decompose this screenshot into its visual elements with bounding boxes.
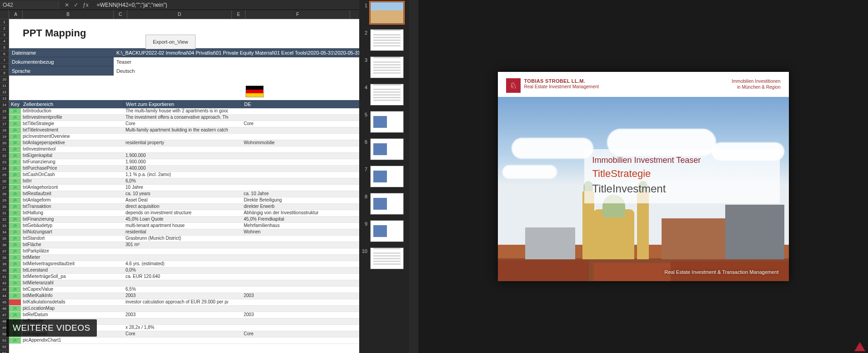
table-row[interactable]: jatxtGebäudetypmulti-tenant apartment ho… xyxy=(9,223,359,229)
table-row[interactable]: jatxtLeerstand0,0% xyxy=(9,267,359,274)
hdr-right-line1: Immobilien Investitionen xyxy=(732,78,780,84)
row-de-cell xyxy=(242,178,359,184)
row-key-cell: ja xyxy=(9,210,21,216)
thumb-preview[interactable] xyxy=(370,193,404,215)
row-export-cell: The investment offers a conservative app… xyxy=(124,115,228,121)
thumb-preview[interactable] xyxy=(370,2,404,24)
col-header[interactable]: E xyxy=(232,10,246,19)
slide-thumbnail[interactable]: 4 xyxy=(361,84,407,106)
table-row[interactable]: jatxtParkplätze xyxy=(9,248,359,255)
table-row[interactable]: jatxtRefDatum20032003 xyxy=(9,312,359,318)
col-header[interactable]: A xyxy=(9,10,23,19)
confirm-icon[interactable]: ✓ xyxy=(74,2,78,8)
table-row[interactable]: jatxtAnlageperspektiveresidential proper… xyxy=(9,140,359,146)
row-de-cell: Direkte Beteiligung xyxy=(242,197,359,203)
worksheet[interactable]: A B C D E F PPT Mapping Export-on_View D… xyxy=(9,10,359,353)
table-row[interactable]: jatxtAnlageformAsset DealDirekte Beteili… xyxy=(9,197,359,204)
table-row[interactable]: japicAppendixChart1 xyxy=(9,338,359,344)
table-row[interactable]: jatxtInvestmentprofileThe investment off… xyxy=(9,115,359,121)
row-de-cell xyxy=(242,261,359,267)
row-export-cell: 3.400.000 xyxy=(124,166,228,171)
title-text-band[interactable]: Immobilien Investment Teaser TitleStrate… xyxy=(584,149,780,203)
table-row[interactable]: jatxtAnlagehorizont10 Jahre xyxy=(9,185,359,191)
table-row[interactable]: japicLocationMap xyxy=(9,306,359,312)
table-row[interactable]: jatxtTransaktiondirect acquisitiondirekt… xyxy=(9,204,359,210)
slide-thumbnail[interactable]: 2 xyxy=(361,29,407,51)
table-row[interactable]: jatxtInvestmentvol xyxy=(9,146,359,153)
meta-value[interactable]: Teaser xyxy=(114,57,359,66)
thumb-preview[interactable] xyxy=(370,84,404,106)
table-row[interactable]: jatxtHaltungdepends on investment struct… xyxy=(9,210,359,217)
slide-thumbnail[interactable]: 6 xyxy=(361,138,407,160)
table-row[interactable]: jatxtFunanzierung1.900.000 xyxy=(9,159,359,166)
row-field-cell: txtGebäudetyp xyxy=(21,223,112,229)
row-export-cell: 6,5% xyxy=(124,287,228,292)
thumb-preview[interactable] xyxy=(370,29,404,51)
col-header[interactable]: D xyxy=(127,10,232,19)
slide-thumbnail[interactable]: 5 xyxy=(361,111,407,133)
row-de-cell: 2003 xyxy=(242,312,359,318)
row-key-cell: ja xyxy=(9,306,21,312)
thumb-preview[interactable] xyxy=(370,111,404,133)
slide-canvas[interactable]: ♘ TOBIAS STROBEL LL.M. Real Estate Inves… xyxy=(498,72,789,281)
export-button[interactable]: Export-on_View xyxy=(146,35,196,49)
table-row[interactable]: jatxtMieter xyxy=(9,255,359,261)
row-field-cell: txtNutzungsart xyxy=(21,229,112,235)
table-row[interactable]: jatxtTitleStrategieCoreCore xyxy=(9,121,359,127)
slide-thumbnail[interactable]: 8 xyxy=(361,193,407,215)
table-row[interactable]: jatxtMieteranzahl xyxy=(9,280,359,287)
row-de-cell xyxy=(242,248,359,254)
slide-thumbnail[interactable]: 9 xyxy=(361,220,407,242)
table-row[interactable]: jatxtMietvertragsrestlaufzeit4.6 yrs. (e… xyxy=(9,261,359,267)
table-row[interactable]: jatxtEigenkapital1.900.000 xyxy=(9,153,359,159)
meta-value[interactable]: Deutsch xyxy=(114,66,359,76)
row-key-cell: ja xyxy=(9,115,21,121)
table-row[interactable]: jatxtRestlaufzeitca. 10 yearsca. 10 Jahr… xyxy=(9,191,359,197)
table-row[interactable]: jatxtFinanzierung45,0% Loan Quote45,0% F… xyxy=(9,217,359,223)
col-header[interactable]: C xyxy=(114,10,127,19)
column-headers: A B C D E F xyxy=(9,10,359,19)
table-row[interactable]: jatxtIntroductionThe multi-family house … xyxy=(9,108,359,115)
thumb-number: 9 xyxy=(361,220,367,227)
table-row[interactable]: txtKalkulationsdetailsinvestor calculati… xyxy=(9,299,359,306)
video-overlay-badge[interactable]: WEITERE VIDEOS xyxy=(6,319,97,337)
slide-thumbnail[interactable]: 10 xyxy=(361,247,407,269)
thumb-preview[interactable] xyxy=(370,247,404,269)
table-row[interactable]: jatxtIrr6,0% xyxy=(9,178,359,185)
table-row[interactable]: jatxtMieterträgeSoll_paca. EUR 120.640 xyxy=(9,274,359,280)
row-de-cell xyxy=(242,306,359,312)
slide-thumbnail[interactable]: 1 xyxy=(361,2,407,24)
table-row[interactable]: jatxtMietKalkInfo20032003 xyxy=(9,293,359,299)
col-header[interactable]: B xyxy=(23,10,114,19)
thumb-preview[interactable] xyxy=(370,166,404,187)
col-header[interactable]: F xyxy=(246,10,350,19)
table-row[interactable]: jatxtPurchasePrice3.400.000 xyxy=(9,166,359,172)
fx-icon[interactable]: ƒx xyxy=(83,2,89,8)
table-row[interactable]: jatxtCapex/Value6,5% xyxy=(9,287,359,293)
thumb-preview[interactable] xyxy=(370,220,404,242)
row-key-cell: ja xyxy=(9,166,21,171)
table-row[interactable]: jatxtCashOnCash1,1 % p.a. (incl. 2amo) xyxy=(9,172,359,178)
table-row[interactable]: jatxtNutzungsartresidentialWohnen xyxy=(9,229,359,236)
table-row[interactable]: jatxtTitleInvestmentMulti-family apartme… xyxy=(9,127,359,134)
meta-value[interactable]: K:\_BACKUP2022-02 Immofinal\04 Privatlis… xyxy=(114,48,359,57)
row-de-cell xyxy=(242,299,359,305)
table-row[interactable]: jatxtStandortGrasbrunn (Munich District) xyxy=(9,236,359,242)
name-box[interactable]: O42 xyxy=(0,1,59,9)
row-field-cell: txtEigenkapital xyxy=(21,153,112,159)
table-row[interactable]: japicInvestmentOverview xyxy=(9,134,359,140)
formula-input[interactable]: =WENN(H42=0;"";"ja";"nein") xyxy=(94,1,359,9)
row-field-cell: txtIntroduction xyxy=(21,108,112,114)
row-key-cell: ja xyxy=(9,204,21,210)
slide-thumbnail[interactable]: 3 xyxy=(361,56,407,78)
slide-thumbnail[interactable]: 7 xyxy=(361,166,407,187)
thumb-preview[interactable] xyxy=(370,56,404,78)
table-row[interactable]: jatxtFläche301 m² xyxy=(9,242,359,248)
meta-label: Dokumentenbezug xyxy=(9,57,114,66)
row-field-cell: txtFunanzierung xyxy=(21,159,112,165)
cancel-icon[interactable]: ✕ xyxy=(65,2,69,8)
formula-bar: O42 ✕ ✓ ƒx =WENN(H42=0;"";"ja";"nein") xyxy=(0,0,359,10)
row-de-cell xyxy=(242,108,359,114)
row-export-cell: residential property xyxy=(124,140,228,146)
thumb-preview[interactable] xyxy=(370,138,404,160)
